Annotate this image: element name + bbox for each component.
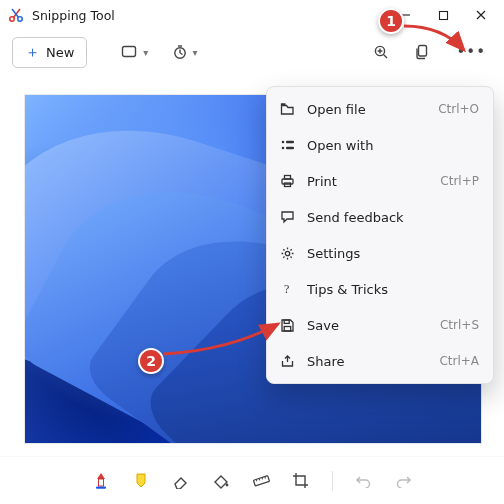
svg-rect-16 xyxy=(284,320,289,323)
zoom-in-icon xyxy=(373,44,389,60)
question-icon: ? xyxy=(279,281,295,297)
printer-icon xyxy=(279,173,295,189)
gear-icon xyxy=(279,245,295,261)
app-window: Snipping Tool ＋ New ▾ ▾ xyxy=(0,0,504,504)
menu-label: Tips & Tricks xyxy=(307,282,467,297)
close-button[interactable] xyxy=(462,1,500,29)
rect-select-icon xyxy=(121,44,139,60)
menu-label: Open with xyxy=(307,138,467,153)
shortcut: Ctrl+A xyxy=(439,354,479,368)
svg-rect-17 xyxy=(284,326,291,331)
svg-rect-10 xyxy=(286,147,294,149)
svg-rect-21 xyxy=(253,475,269,485)
svg-point-8 xyxy=(281,147,284,150)
shortcut: Ctrl+P xyxy=(440,174,479,188)
crop-button[interactable] xyxy=(292,472,310,490)
zoom-in-button[interactable] xyxy=(367,40,395,64)
toolbar: ＋ New ▾ ▾ ••• xyxy=(0,30,504,74)
redo-button[interactable] xyxy=(395,472,413,490)
share-icon xyxy=(279,353,295,369)
svg-rect-2 xyxy=(439,11,447,19)
svg-point-7 xyxy=(281,141,284,144)
feedback-icon xyxy=(279,209,295,225)
menu-item-settings[interactable]: Settings xyxy=(267,235,493,271)
svg-rect-3 xyxy=(123,47,136,57)
separator xyxy=(332,471,333,491)
svg-rect-12 xyxy=(284,176,290,180)
menu-item-open-file[interactable]: Open file Ctrl+O xyxy=(267,91,493,127)
snipping-tool-app-icon xyxy=(8,7,24,23)
more-menu-button[interactable]: ••• xyxy=(450,41,492,64)
menu-item-share[interactable]: Share Ctrl+A xyxy=(267,343,493,379)
pen-tool-button[interactable] xyxy=(92,472,110,490)
shortcut: Ctrl+O xyxy=(438,102,479,116)
menu-label: Share xyxy=(307,354,427,369)
paint-bucket-button[interactable] xyxy=(212,472,230,490)
menu-item-save[interactable]: Save Ctrl+S xyxy=(267,307,493,343)
menu-item-print[interactable]: Print Ctrl+P xyxy=(267,163,493,199)
more-context-menu: Open file Ctrl+O Open with Print Ctrl+P … xyxy=(266,86,494,384)
menu-label: Settings xyxy=(307,246,467,261)
shortcut: Ctrl+S xyxy=(440,318,479,332)
menu-item-send-feedback[interactable]: Send feedback xyxy=(267,199,493,235)
svg-text:?: ? xyxy=(284,282,289,296)
more-icon: ••• xyxy=(456,45,486,60)
menu-item-tips-tricks[interactable]: ? Tips & Tricks xyxy=(267,271,493,307)
open-with-icon xyxy=(279,137,295,153)
undo-button[interactable] xyxy=(355,472,373,490)
svg-point-14 xyxy=(285,251,289,255)
snip-mode-dropdown[interactable]: ▾ xyxy=(115,40,154,64)
menu-item-open-with[interactable]: Open with xyxy=(267,127,493,163)
menu-label: Save xyxy=(307,318,428,333)
window-title: Snipping Tool xyxy=(32,8,115,23)
menu-label: Send feedback xyxy=(307,210,467,225)
svg-rect-19 xyxy=(96,486,106,488)
svg-rect-9 xyxy=(286,141,294,143)
highlighter-tool-button[interactable] xyxy=(132,472,150,490)
annotation-badge-1: 1 xyxy=(378,8,404,34)
open-folder-icon xyxy=(279,101,295,117)
copy-icon xyxy=(415,44,430,60)
new-snip-label: New xyxy=(46,45,74,60)
editing-toolbar xyxy=(0,456,504,504)
menu-label: Open file xyxy=(307,102,426,117)
svg-rect-6 xyxy=(419,46,427,57)
svg-rect-18 xyxy=(98,479,103,486)
titlebar: Snipping Tool xyxy=(0,0,504,30)
eraser-tool-button[interactable] xyxy=(172,472,190,490)
svg-point-20 xyxy=(225,483,228,486)
timer-icon xyxy=(172,44,188,60)
new-snip-button[interactable]: ＋ New xyxy=(12,37,87,68)
svg-rect-13 xyxy=(284,183,290,187)
chevron-down-icon: ▾ xyxy=(192,47,197,58)
delay-dropdown[interactable]: ▾ xyxy=(166,40,203,64)
copy-button[interactable] xyxy=(409,40,436,64)
annotation-badge-2: 2 xyxy=(138,348,164,374)
save-icon xyxy=(279,317,295,333)
chevron-down-icon: ▾ xyxy=(143,47,148,58)
maximize-button[interactable] xyxy=(424,1,462,29)
ruler-button[interactable] xyxy=(252,472,270,490)
plus-icon: ＋ xyxy=(25,43,40,62)
menu-label: Print xyxy=(307,174,428,189)
